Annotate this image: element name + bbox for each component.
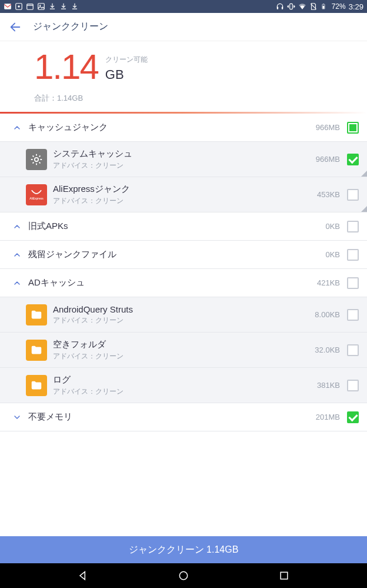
svg-rect-3 bbox=[27, 4, 34, 9]
category-checkbox-ad-cache[interactable] bbox=[347, 277, 359, 289]
folder-icon bbox=[30, 379, 43, 392]
category-checkbox-cache[interactable] bbox=[347, 122, 359, 134]
chevron-up-icon bbox=[12, 278, 22, 288]
item-row-log[interactable]: ログ アドバイス：クリーン 381KB bbox=[0, 368, 367, 403]
svg-point-2 bbox=[18, 5, 20, 8]
folder-icon bbox=[30, 308, 43, 321]
nav-back-icon bbox=[77, 570, 89, 582]
expand-toggle[interactable] bbox=[8, 278, 26, 288]
chevron-up-icon bbox=[12, 222, 22, 231]
item-checkbox-aq-struts[interactable] bbox=[347, 309, 359, 321]
summary-panel: 1.14 クリーン可能 GB 合計：1.14GB bbox=[0, 41, 367, 108]
cleanable-label: クリーン可能 bbox=[105, 55, 148, 65]
svg-rect-13 bbox=[323, 4, 324, 4]
svg-rect-9 bbox=[289, 4, 292, 9]
clean-button-label: ジャンククリーン 1.14GB bbox=[129, 544, 239, 556]
app-icon bbox=[15, 2, 23, 11]
item-checkbox-aliexpress[interactable] bbox=[347, 189, 359, 201]
category-row-ad-cache[interactable]: ADキャッシュ 421KB bbox=[0, 269, 367, 297]
svg-rect-5 bbox=[38, 4, 45, 10]
status-left-icons bbox=[4, 2, 79, 11]
item-advice: アドバイス：クリーン bbox=[53, 315, 315, 325]
item-size: 381KB bbox=[317, 381, 340, 390]
status-bar: 72% 3:29 bbox=[0, 0, 367, 13]
item-advice: アドバイス：クリーン bbox=[53, 161, 316, 171]
category-row-cache[interactable]: キャッシュジャンク 966MB bbox=[0, 114, 367, 142]
category-label: 残留ジャンクファイル bbox=[28, 249, 325, 260]
item-checkbox-system-cache[interactable] bbox=[347, 154, 359, 165]
wifi-icon bbox=[298, 2, 306, 11]
nav-recent-button[interactable] bbox=[266, 567, 302, 584]
item-checkbox-log[interactable] bbox=[347, 380, 359, 391]
item-row-aliexpress[interactable]: AliExpress AliExpressジャンク アドバイス：クリーン 453… bbox=[0, 177, 367, 212]
headphones-icon bbox=[276, 2, 284, 11]
expand-corner-icon bbox=[361, 206, 367, 212]
svg-point-14 bbox=[35, 157, 38, 161]
item-label: AliExpressジャンク bbox=[53, 184, 317, 195]
cleanable-size-number: 1.14 bbox=[34, 49, 98, 85]
calendar-icon bbox=[26, 2, 34, 11]
total-line: 合計：1.14GB bbox=[34, 93, 359, 104]
folder-icon bbox=[30, 344, 43, 357]
cleanable-unit: GB bbox=[105, 67, 148, 82]
category-row-residual[interactable]: 残留ジャンクファイル 0KB bbox=[0, 241, 367, 269]
no-sim-icon bbox=[309, 2, 318, 11]
category-checkbox-old-apks[interactable] bbox=[347, 221, 359, 232]
item-advice: アドバイス：クリーン bbox=[53, 387, 317, 397]
item-size: 453KB bbox=[317, 190, 340, 199]
item-row-system-cache[interactable]: システムキャッシュ アドバイス：クリーン 966MB bbox=[0, 142, 367, 177]
arrow-left-icon bbox=[9, 21, 22, 34]
item-advice: アドバイス：クリーン bbox=[53, 351, 315, 361]
expand-toggle[interactable] bbox=[8, 250, 26, 260]
download-icon bbox=[59, 2, 68, 11]
expand-toggle[interactable] bbox=[8, 123, 26, 132]
item-size: 8.00KB bbox=[315, 310, 340, 319]
gear-icon bbox=[30, 153, 43, 166]
nav-back-button[interactable] bbox=[65, 567, 101, 584]
svg-rect-0 bbox=[4, 4, 11, 9]
item-checkbox-empty-folder[interactable] bbox=[347, 344, 359, 356]
smile-icon bbox=[30, 190, 43, 197]
category-size: 0KB bbox=[325, 222, 340, 231]
item-row-aq-struts[interactable]: AndroidQuery Struts アドバイス：クリーン 8.00KB bbox=[0, 297, 367, 333]
image-icon bbox=[37, 2, 45, 11]
category-size: 0KB bbox=[325, 250, 340, 259]
category-checkbox-unused-mem[interactable] bbox=[347, 411, 359, 423]
svg-point-6 bbox=[39, 5, 41, 6]
item-row-empty-folder[interactable]: 空きフォルダ アドバイス：クリーン 32.0KB bbox=[0, 333, 367, 368]
clean-button[interactable]: ジャンククリーン 1.14GB bbox=[0, 536, 367, 563]
nav-bar bbox=[0, 563, 367, 588]
gmail-icon bbox=[4, 2, 12, 11]
nav-home-button[interactable] bbox=[166, 567, 201, 584]
expand-toggle[interactable] bbox=[8, 413, 26, 422]
expand-toggle[interactable] bbox=[8, 222, 26, 231]
item-label: 空きフォルダ bbox=[53, 339, 315, 350]
svg-rect-12 bbox=[322, 6, 324, 9]
item-label: AndroidQuery Struts bbox=[53, 304, 315, 314]
category-row-unused-mem[interactable]: 不要メモリ 201MB bbox=[0, 403, 367, 431]
junk-list: キャッシュジャンク 966MB システムキャッシュ アドバイス：クリーン 966… bbox=[0, 114, 367, 536]
category-size: 201MB bbox=[316, 413, 340, 421]
battery-icon bbox=[321, 2, 329, 11]
page-title: ジャンククリーン bbox=[33, 21, 108, 33]
item-size: 966MB bbox=[316, 155, 340, 164]
category-label: ADキャッシュ bbox=[28, 277, 317, 288]
category-row-old-apks[interactable]: 旧式APKs 0KB bbox=[0, 212, 367, 241]
item-icon-aq-struts bbox=[26, 304, 47, 325]
nav-recent-icon bbox=[278, 570, 290, 582]
back-button[interactable] bbox=[7, 19, 24, 35]
svg-rect-7 bbox=[276, 7, 278, 9]
status-right-icons: 72% 3:29 bbox=[276, 2, 363, 11]
chevron-down-icon bbox=[12, 413, 22, 422]
download-icon bbox=[71, 2, 79, 11]
item-label: システムキャッシュ bbox=[53, 148, 316, 160]
svg-rect-16 bbox=[281, 572, 288, 579]
svg-point-15 bbox=[179, 572, 187, 579]
category-size: 421KB bbox=[317, 278, 340, 287]
item-icon-empty-folder bbox=[26, 340, 47, 361]
svg-rect-8 bbox=[282, 7, 283, 9]
item-label: ログ bbox=[53, 374, 317, 386]
category-checkbox-residual[interactable] bbox=[347, 249, 359, 261]
item-advice: アドバイス：クリーン bbox=[53, 196, 317, 206]
vibrate-icon bbox=[287, 2, 295, 11]
